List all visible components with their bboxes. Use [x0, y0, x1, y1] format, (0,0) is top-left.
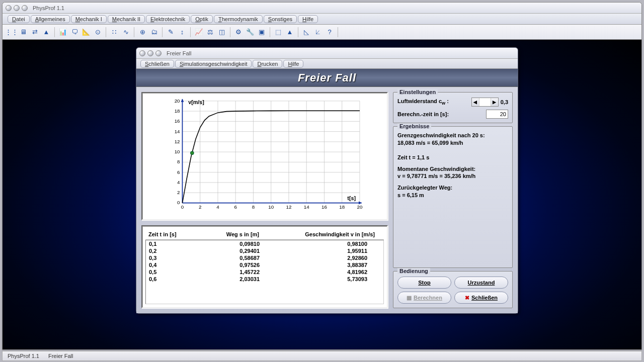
- toolbar-icon-6[interactable]: 📐: [81, 27, 91, 37]
- win-btn-2[interactable]: [14, 5, 20, 11]
- toolbar-icon-5[interactable]: 🗨: [69, 27, 79, 37]
- svg-text:20: 20: [175, 98, 180, 104]
- toolbar-icon-19[interactable]: ▣: [257, 27, 267, 37]
- submenu-simulationsgeschwindigkeit[interactable]: Simulationsgeschwindigkeit: [175, 60, 252, 68]
- calc-button[interactable]: ▦Berechnen: [397, 292, 451, 304]
- svg-marker-25: [181, 99, 184, 102]
- submenu-hilfe[interactable]: Hilfe: [283, 60, 303, 68]
- taskbar[interactable]: PhysProf 1.1 Freier Fall: [2, 351, 642, 361]
- svg-text:0: 0: [181, 204, 184, 210]
- sub-win-btn-3[interactable]: [155, 50, 162, 56]
- velocity-chart: 0246810121416182002468101214161820v[m/s]…: [146, 97, 381, 215]
- toolbar-icon-4[interactable]: 📊: [58, 27, 68, 37]
- toolbar-icon-17[interactable]: ⚙: [233, 27, 244, 37]
- toolbar-icon-9[interactable]: ∿: [121, 27, 131, 37]
- toolbar-icon-18[interactable]: 🔧: [245, 27, 255, 37]
- toolbar-icon-13[interactable]: ↕: [177, 27, 187, 37]
- menu-hilfe[interactable]: Hilfe: [298, 15, 318, 23]
- sub-win-btn-2[interactable]: [147, 50, 153, 56]
- table-row[interactable]: 0,51,457224,81962: [146, 268, 383, 276]
- toolbar-icon-24[interactable]: ?: [325, 27, 335, 37]
- toolbar-icon-12[interactable]: ✎: [166, 27, 176, 37]
- menu-mechanik ii[interactable]: Mechanik II: [108, 15, 145, 23]
- toolbar-icon-21[interactable]: ▲: [285, 27, 295, 37]
- results-group: Ergebnisse Grenzgeschwindigkeit nach 20 …: [393, 126, 513, 268]
- svg-text:14: 14: [304, 204, 309, 210]
- svg-text:8: 8: [252, 204, 255, 210]
- menu-mechanik i[interactable]: Mechanik I: [71, 15, 107, 23]
- calctime-label: Berechn.-zeit in [s]:: [397, 111, 449, 117]
- svg-text:8: 8: [177, 159, 180, 164]
- main-title: PhysProf 1.1: [33, 5, 64, 11]
- toolbar-icon-7[interactable]: ⊙: [93, 27, 103, 37]
- menu-datei[interactable]: Datei: [8, 15, 30, 23]
- submenu-schließen[interactable]: Schließen: [140, 60, 174, 68]
- win-btn-1[interactable]: [6, 5, 12, 11]
- toolbar-icon-14[interactable]: 📈: [194, 27, 204, 37]
- toolbar-icon-3[interactable]: ▲: [41, 27, 51, 37]
- taskbar-win[interactable]: Freier Fall: [48, 353, 73, 359]
- toolbar-icon-8[interactable]: ∷: [109, 27, 119, 37]
- toolbar-icon-23[interactable]: ⟀: [313, 27, 323, 37]
- calctime-input[interactable]: [486, 110, 508, 119]
- table-row[interactable]: 0,30,586872,92860: [146, 254, 383, 261]
- sub-win-btn-1[interactable]: [139, 50, 145, 56]
- toolbar-icon-1[interactable]: 🖥: [18, 27, 28, 37]
- settings-title: Einstellungen: [397, 89, 438, 95]
- table-panel: Zeit t in [s] Weg s in [m] Geschwindigke…: [141, 225, 388, 308]
- svg-text:10: 10: [175, 149, 180, 154]
- toolbar-icon-16[interactable]: ◫: [217, 27, 227, 37]
- table-row[interactable]: 0,10,098100,98100: [146, 240, 383, 247]
- svg-text:14: 14: [175, 129, 180, 134]
- close-button[interactable]: ✖Schließen: [454, 292, 508, 304]
- toolbar-icon-11[interactable]: 🗂: [149, 27, 159, 37]
- spinner-right-icon[interactable]: ▶: [491, 98, 498, 106]
- win-btn-3[interactable]: [22, 5, 28, 11]
- toolbar-icon-10[interactable]: ⊕: [137, 27, 147, 37]
- main-toolbar: ⋮⋮🖥⇄▲📊🗨📐⊙∷∿⊕🗂✎↕📈⚖◫⚙🔧▣⬚▲◺⟀?: [3, 25, 641, 40]
- close-icon: ✖: [465, 295, 469, 301]
- stop-button[interactable]: Stop: [397, 277, 451, 289]
- th-time: Zeit t in [s]: [148, 231, 194, 237]
- svg-text:2: 2: [199, 204, 201, 210]
- toolbar-icon-20[interactable]: ⬚: [273, 27, 283, 37]
- toolbar-icon-15[interactable]: ⚖: [205, 27, 215, 37]
- taskbar-app[interactable]: PhysProf 1.1: [8, 353, 39, 359]
- menu-sonstiges[interactable]: Sonstiges: [264, 15, 297, 23]
- sub-menubar: SchließenSimulationsgeschwindigkeitDruck…: [136, 59, 518, 69]
- table-row[interactable]: 0,20,294011,95911: [146, 247, 383, 254]
- menu-optik[interactable]: Optik: [191, 15, 213, 23]
- table-row[interactable]: 0,40,975263,88387: [146, 261, 383, 268]
- submenu-drucken[interactable]: Drucken: [253, 60, 282, 68]
- menu-allgemeines[interactable]: Allgemeines: [31, 15, 70, 23]
- toolbar-icon-22[interactable]: ◺: [301, 27, 311, 37]
- sub-titlebar[interactable]: Freier Fall: [136, 48, 518, 59]
- toolbar-icon-0[interactable]: ⋮⋮: [7, 27, 17, 37]
- res-line5: v = 9,78771 m/s = 35,236 km/h: [397, 172, 508, 180]
- settings-group: Einstellungen Luftwiderstand cw : ◀ ▶ 0,…: [393, 92, 513, 123]
- svg-text:18: 18: [339, 204, 345, 210]
- svg-text:4: 4: [177, 179, 180, 185]
- res-line2: 18,083 m/s = 65,099 km/h: [397, 139, 508, 147]
- svg-text:18: 18: [175, 108, 180, 114]
- main-menubar: DateiAllgemeinesMechanik IMechanik IIEle…: [3, 14, 641, 25]
- table-row[interactable]: 0,62,030315,73093: [146, 276, 383, 283]
- client-area: Freier Fall SchließenSimulationsgeschwin…: [3, 40, 641, 349]
- table-body[interactable]: 0,10,098100,981000,20,294011,959110,30,5…: [145, 240, 384, 304]
- spinner-track[interactable]: [479, 98, 491, 106]
- main-titlebar[interactable]: PhysProf 1.1: [3, 3, 641, 14]
- toolbar-icon-2[interactable]: ⇄: [30, 27, 40, 37]
- main-window: PhysProf 1.1 DateiAllgemeinesMechanik IM…: [2, 2, 642, 350]
- svg-text:0: 0: [177, 200, 180, 205]
- spinner-left-icon[interactable]: ◀: [472, 98, 479, 106]
- svg-text:6: 6: [234, 204, 237, 210]
- res-line1: Grenzgeschwindigkeit nach 20 s:: [397, 132, 508, 139]
- svg-text:10: 10: [268, 204, 274, 210]
- airres-spinner[interactable]: ◀ ▶: [471, 98, 499, 107]
- svg-text:12: 12: [286, 204, 291, 210]
- res-line4: Momentane Geschwindigkeit:: [397, 165, 508, 173]
- reset-button[interactable]: Urzustand: [454, 277, 508, 289]
- svg-text:16: 16: [175, 118, 180, 124]
- menu-thermodynamik[interactable]: Thermodynamik: [214, 15, 263, 23]
- menu-elektrotechnik[interactable]: Elektrotechnik: [146, 15, 190, 23]
